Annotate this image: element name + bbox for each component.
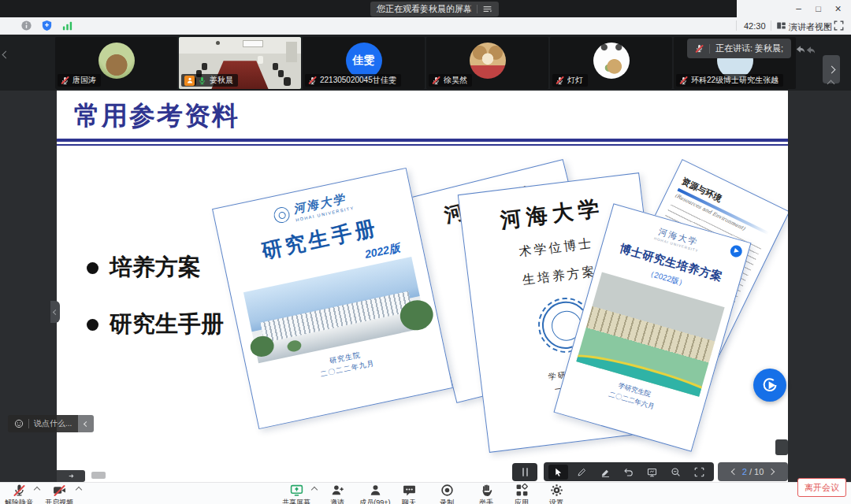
unmute-button[interactable]: 解除静音	[0, 484, 41, 504]
slide-title: 常用参考资料	[74, 98, 240, 134]
titlebar-dark-strip	[0, 0, 737, 17]
name-bar: 徐昊然	[429, 74, 472, 87]
settings-button[interactable]: 设置	[534, 484, 578, 504]
record-icon	[440, 484, 454, 497]
highlighter-tool[interactable]	[596, 465, 615, 480]
page-total: 10	[754, 467, 764, 476]
avatar	[593, 43, 630, 79]
meeting-timer: 42:30	[744, 21, 766, 31]
name-bar: 221305020045甘佳雯	[305, 74, 401, 87]
whiteboard-button[interactable]	[642, 465, 662, 480]
host-badge-icon	[184, 76, 195, 86]
shared-slide: 常用参考资料 培养方案 研究生手册 资源与环境 (Resources and E…	[57, 91, 788, 482]
annotation-drag-handle[interactable]	[512, 463, 537, 481]
mic-muted-icon	[61, 76, 69, 85]
header-separator	[771, 20, 771, 31]
maximize-button[interactable]: □	[808, 0, 828, 17]
view-mode-dropdown-arrow[interactable]	[824, 24, 831, 28]
name-bar: 灯灯	[552, 74, 588, 87]
mic-muted-icon	[432, 76, 440, 85]
share-screen-button[interactable]: 共享屏幕	[274, 484, 318, 504]
name-bar: 环科22级博士研究生张越	[676, 74, 783, 87]
layout-icon	[776, 20, 786, 31]
mic-muted-icon	[308, 76, 317, 85]
header-separator	[736, 20, 737, 31]
banner-menu-icon[interactable]	[482, 4, 492, 14]
participant-tile[interactable]: 徐昊然	[426, 37, 548, 89]
restore-panel-button[interactable]	[57, 470, 85, 482]
quick-chat-bar[interactable]: 说点什么...	[8, 415, 94, 432]
settings-gear-icon	[550, 484, 563, 497]
bottom-toolbar: 解除静音 开启视频 共享屏幕 邀请 成员(99+) 聊天 录制	[0, 482, 851, 504]
minimize-button[interactable]: –	[789, 0, 808, 17]
magnifier-button[interactable]	[666, 465, 686, 480]
window-controls: – □ ×	[789, 0, 848, 17]
page-divider: /	[749, 467, 752, 476]
participant-tile[interactable]: 灯灯	[550, 37, 672, 89]
watching-banner[interactable]: 您正在观看姜秋晨的屏幕	[370, 2, 499, 17]
participants-strip: 唐国涛 姜秋晨 佳雯 221305020045甘	[0, 35, 851, 91]
participant-name: 221305020045甘佳雯	[320, 75, 396, 86]
chat-collapse-button[interactable]	[78, 415, 94, 432]
camera-off-icon	[53, 484, 66, 497]
right-panel-handle[interactable]	[775, 439, 788, 455]
video-options-chevron[interactable]	[76, 487, 81, 492]
fullscreen-icon[interactable]	[834, 20, 844, 31]
strip-scroll-left-icon[interactable]	[2, 51, 10, 59]
reply-arrow-icon[interactable]	[805, 44, 816, 56]
participant-name: 姜秋晨	[210, 75, 233, 86]
participant-name: 徐昊然	[444, 75, 467, 86]
mic-muted-icon	[556, 76, 564, 85]
mic-muted-icon	[679, 76, 688, 85]
next-page-button[interactable]	[768, 469, 775, 475]
smart-share-fab[interactable]	[753, 369, 786, 402]
slide-page-navigator: 2 / 10	[718, 462, 788, 481]
meeting-header	[0, 17, 851, 35]
shared-screen-stage: 常用参考资料 培养方案 研究生手册 资源与环境 (Resources and E…	[0, 91, 851, 482]
page-current: 2	[742, 467, 747, 476]
avatar	[470, 43, 506, 79]
mic-muted-icon	[13, 484, 26, 497]
leave-meeting-button[interactable]: 离开会议	[797, 478, 846, 497]
screenshot-button[interactable]	[689, 465, 709, 480]
slide-bullet: 培养方案	[87, 252, 201, 284]
strip-scroll-right-button[interactable]	[823, 55, 840, 83]
select-cursor-tool[interactable]	[548, 465, 568, 480]
participant-tile[interactable]: 佳雯 221305020045甘佳雯	[303, 37, 425, 89]
share-screen-icon	[290, 484, 303, 497]
participant-name: 灯灯	[567, 75, 583, 86]
participant-tile[interactable]: 唐国涛	[55, 37, 177, 89]
security-shield-icon[interactable]	[41, 20, 53, 32]
emoji-icon[interactable]	[14, 419, 24, 428]
members-icon	[369, 484, 382, 497]
bullet-dot	[87, 262, 98, 274]
start-video-button[interactable]: 开启视频	[37, 484, 81, 504]
network-signal-icon[interactable]	[61, 20, 73, 32]
title-rule	[57, 139, 788, 142]
pen-tool[interactable]	[572, 465, 592, 480]
apps-icon	[515, 484, 529, 497]
participant-tile-active-speaker[interactable]: 姜秋晨	[179, 37, 301, 89]
speaking-toast: 正在讲话: 姜秋晨;	[687, 39, 791, 58]
meeting-info-icon[interactable]	[20, 20, 32, 32]
undo-button[interactable]	[619, 465, 638, 480]
invite-icon	[331, 484, 344, 497]
name-bar: 唐国涛	[58, 74, 101, 87]
participant-name: 环科22级博士研究生张越	[691, 75, 779, 86]
bullet-dot	[87, 319, 98, 331]
record-button[interactable]: 录制	[425, 484, 469, 504]
watching-banner-text: 您正在观看姜秋晨的屏幕	[377, 3, 472, 15]
mic-active-icon	[198, 76, 206, 85]
drag-handle[interactable]	[91, 472, 106, 479]
chat-icon	[403, 484, 416, 497]
share-play-icon	[761, 376, 779, 394]
close-button[interactable]: ×	[828, 0, 848, 17]
mic-muted-icon	[695, 44, 704, 53]
chat-input[interactable]: 说点什么...	[8, 415, 78, 432]
prev-page-button[interactable]	[730, 469, 737, 475]
name-bar: 姜秋晨	[181, 74, 238, 87]
left-panel-handle[interactable]	[50, 301, 60, 323]
avatar	[98, 43, 135, 79]
arrow-right-icon	[68, 472, 75, 480]
titlebar: 您正在观看姜秋晨的屏幕 – □ ×	[0, 0, 851, 17]
